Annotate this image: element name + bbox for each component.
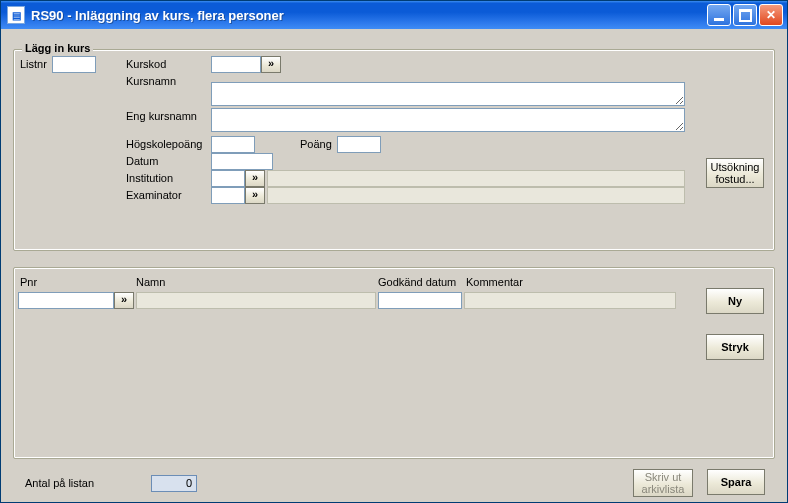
kurskod-label: Kurskod	[126, 58, 166, 70]
engkursnamn-input[interactable]	[211, 108, 685, 132]
window-buttons: ✕	[707, 4, 783, 26]
hogskolepoang-input[interactable]	[211, 136, 255, 153]
close-icon: ✕	[766, 8, 776, 22]
listnr-label: Listnr	[20, 58, 47, 70]
kommentar-display	[464, 292, 676, 309]
minimize-button[interactable]	[707, 4, 731, 26]
window-title: RS90 - Inläggning av kurs, flera persone…	[31, 8, 707, 23]
maximize-icon	[739, 9, 752, 22]
maximize-button[interactable]	[733, 4, 757, 26]
title-bar: ▤ RS90 - Inläggning av kurs, flera perso…	[1, 1, 787, 29]
godkand-datum-input[interactable]	[378, 292, 462, 309]
kurskod-input[interactable]	[211, 56, 261, 73]
app-window: ▤ RS90 - Inläggning av kurs, flera perso…	[0, 0, 788, 503]
institution-code-input[interactable]	[211, 170, 245, 187]
namn-label: Namn	[136, 276, 165, 288]
kurskod-pick-button[interactable]: »	[261, 56, 281, 73]
poang-label: Poäng	[300, 138, 332, 150]
skriv-ut-arkivlista-button[interactable]: Skriv ut arkivlista	[633, 469, 693, 497]
poang-input[interactable]	[337, 136, 381, 153]
namn-display	[136, 292, 376, 309]
examinator-name-display	[267, 187, 685, 204]
ny-button[interactable]: Ny	[706, 288, 764, 314]
app-icon: ▤	[7, 6, 25, 24]
institution-label: Institution	[126, 172, 173, 184]
hogskolepoang-label: Högskolepoäng	[126, 138, 202, 150]
person-panel: Pnr Namn Godkänd datum Kommentar » Ny St…	[13, 267, 775, 459]
examinator-code-input[interactable]	[211, 187, 245, 204]
lagg-in-kurs-group: Lägg in kurs Listnr Kurskod » Kursnamn E…	[13, 49, 775, 251]
group-legend: Lägg in kurs	[22, 42, 93, 54]
kursnamn-input[interactable]	[211, 82, 685, 106]
listnr-input[interactable]	[52, 56, 96, 73]
examinator-label: Examinator	[126, 189, 182, 201]
datum-input[interactable]	[211, 153, 273, 170]
pnr-label: Pnr	[20, 276, 37, 288]
institution-name-display	[267, 170, 685, 187]
pnr-input[interactable]	[18, 292, 114, 309]
close-button[interactable]: ✕	[759, 4, 783, 26]
minimize-icon	[714, 18, 724, 21]
spara-button[interactable]: Spara	[707, 469, 765, 495]
datum-label: Datum	[126, 155, 158, 167]
engkursnamn-label: Eng kursnamn	[126, 110, 197, 122]
footer: Antal på listan 0 Skriv ut arkivlista Sp…	[13, 469, 775, 499]
antal-label: Antal på listan	[25, 477, 94, 489]
kommentar-label: Kommentar	[466, 276, 523, 288]
institution-pick-button[interactable]: »	[245, 170, 265, 187]
kursnamn-label: Kursnamn	[126, 75, 176, 87]
examinator-pick-button[interactable]: »	[245, 187, 265, 204]
pnr-pick-button[interactable]: »	[114, 292, 134, 309]
stryk-button[interactable]: Stryk	[706, 334, 764, 360]
client-area: Lägg in kurs Listnr Kurskod » Kursnamn E…	[1, 29, 787, 502]
utsokning-fostud-button[interactable]: Utsökning fostud...	[706, 158, 764, 188]
godkand-datum-label: Godkänd datum	[378, 276, 456, 288]
antal-value: 0	[151, 475, 197, 492]
